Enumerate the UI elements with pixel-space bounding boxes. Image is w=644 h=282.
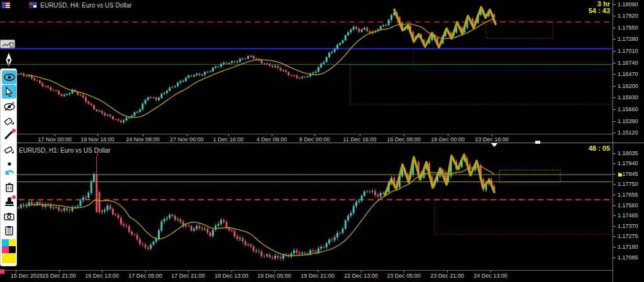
price-tick-dash <box>613 195 616 195</box>
price-tick-dash <box>613 205 616 206</box>
time-tick-label: 23 Dec 21:00 <box>430 273 464 279</box>
price-tick-dash <box>613 86 616 87</box>
price-tick-dash <box>613 28 616 28</box>
price-tick-label: 1.17820 <box>618 13 638 19</box>
time-tick-label: 17 Dec 21:00 <box>171 273 205 279</box>
time-tick-label: 23 Dec 16:00 <box>475 136 509 143</box>
time-tick-label: 17 Nov 00:00 <box>38 136 72 143</box>
price-scale-h1[interactable]: 1.180351.179401.178451.177501.176551.175… <box>613 143 644 282</box>
price-tick-dash <box>613 74 616 75</box>
price-tick-label: 1.17085 <box>618 255 638 261</box>
time-tick-label: 22 Dec 13:00 <box>344 273 378 279</box>
color-swatch[interactable] <box>2 239 9 246</box>
color-swatch[interactable] <box>2 246 9 253</box>
price-tick-label: 1.15930 <box>618 95 638 100</box>
price-tick-label: 1.15120 <box>618 130 638 136</box>
chart-plot-h1[interactable] <box>0 143 613 270</box>
chart-plot-h4[interactable] <box>0 0 613 134</box>
price-tick-label: 1.17465 <box>618 213 638 219</box>
price-tick-label: 1.17275 <box>618 234 638 239</box>
price-tick-label: 1.17370 <box>618 224 638 229</box>
color-swatch[interactable] <box>9 246 16 253</box>
camera-icon[interactable] <box>2 209 16 223</box>
price-tick-dash <box>613 258 616 258</box>
trading-workspace: EURUSD, H4: Euro vs US Dollar 3 hr 54 : … <box>0 0 644 282</box>
stamp-icon[interactable] <box>2 195 16 209</box>
price-tick-label: 1.17750 <box>618 182 638 187</box>
time-tick-label: 11 Dec 16:00 <box>343 136 377 143</box>
price-tick-dash <box>613 133 616 133</box>
price-tick-label: 1.16470 <box>618 72 638 77</box>
price-tick-label: 1.17940 <box>618 161 638 166</box>
price-tick-label: 1.17560 <box>618 203 638 209</box>
price-tick-label: 1.17550 <box>618 25 638 31</box>
color-swatch[interactable] <box>9 239 16 246</box>
price-tick-dash <box>613 153 616 154</box>
time-axis-h1[interactable]: 15 Dec 202515 Dec 21:0016 Dec 13:0017 De… <box>0 271 613 281</box>
price-tick-label: 1.15660 <box>618 107 638 112</box>
eye-icon[interactable] <box>2 70 16 84</box>
highlighter-icon[interactable] <box>2 114 16 127</box>
price-tick-label: 1.18090 <box>618 2 638 8</box>
current-bar-marker <box>491 143 497 147</box>
time-tick-label: 9 Dec 00:00 <box>299 136 330 143</box>
price-tick-dash <box>613 16 616 16</box>
notification-dot <box>12 195 16 199</box>
time-tick-label: 19 Dec 00:00 <box>431 136 465 143</box>
price-tick-label: 1.17655 <box>618 192 638 198</box>
price-tick-dash <box>613 215 616 216</box>
price-tick-dash <box>613 236 616 237</box>
price-tick-dash <box>613 226 616 227</box>
pen-icon[interactable] <box>4 52 14 71</box>
pencil-icon[interactable] <box>2 128 16 142</box>
price-alert-marker <box>618 173 622 176</box>
time-tick-label: 15 Dec 21:00 <box>42 273 76 279</box>
color-swatch[interactable] <box>2 253 16 263</box>
time-tick-label: 27 Nov 00:00 <box>170 136 204 143</box>
price-tick-label: 1.17180 <box>618 244 638 250</box>
time-tick-label: 19 Dec 21:00 <box>301 273 335 279</box>
time-tick-label: 1 Dec 16:00 <box>213 136 244 143</box>
eraser-icon[interactable] <box>2 143 16 156</box>
undo-icon[interactable] <box>2 166 16 180</box>
price-tick-dash <box>613 174 616 175</box>
price-tick-label: 1.17280 <box>618 36 638 42</box>
time-tick-label: 4 Dec 08:00 <box>257 136 287 143</box>
price-tick-dash <box>613 51 616 52</box>
time-tick-label: 23 Dec 05:00 <box>387 273 421 279</box>
price-tick-label: 1.17010 <box>618 48 638 54</box>
price-tick-dash <box>613 39 616 40</box>
time-tick-label: 19 Nov 16:00 <box>80 136 114 143</box>
time-tick-label: 24 Dec 13:00 <box>474 273 508 279</box>
time-tick-label: 16 Dec 08:00 <box>387 136 421 143</box>
price-tick-dash <box>613 121 616 122</box>
eye-off-icon[interactable] <box>2 99 16 113</box>
mini-panel-icon[interactable] <box>0 40 15 48</box>
price-tick-label: 1.18035 <box>618 151 638 156</box>
time-tick-label: 24 Nov 08:00 <box>126 136 160 143</box>
price-scale-h4[interactable]: 1.180901.178201.175501.172801.170101.167… <box>613 0 644 143</box>
price-tick-label: 1.16200 <box>618 84 638 89</box>
price-tick-dash <box>613 97 616 98</box>
color-swatch-pink[interactable] <box>0 269 4 274</box>
notification-dot <box>12 129 16 133</box>
price-tick-label: 1.16740 <box>618 60 638 66</box>
cursor-icon[interactable] <box>2 85 16 99</box>
price-tick-dash <box>613 63 616 63</box>
price-tick-dash <box>613 4 616 5</box>
price-tick-label: 1.15390 <box>618 119 638 124</box>
clipboard-icon[interactable] <box>2 224 16 237</box>
price-tick-dash <box>613 184 616 185</box>
price-tick-dash <box>613 109 616 110</box>
time-tick-label: 17 Dec 05:00 <box>128 273 162 279</box>
trash-icon[interactable] <box>2 180 16 194</box>
time-tick-label: 16 Dec 13:00 <box>85 273 119 279</box>
price-tick-dash <box>613 163 616 164</box>
time-tick-label: 18 Dec 13:00 <box>214 273 248 279</box>
time-tick-label: 15 Dec 2025 <box>11 273 43 279</box>
price-tick-dash <box>613 247 616 247</box>
time-tick-label: 19 Dec 05:00 <box>257 273 291 279</box>
